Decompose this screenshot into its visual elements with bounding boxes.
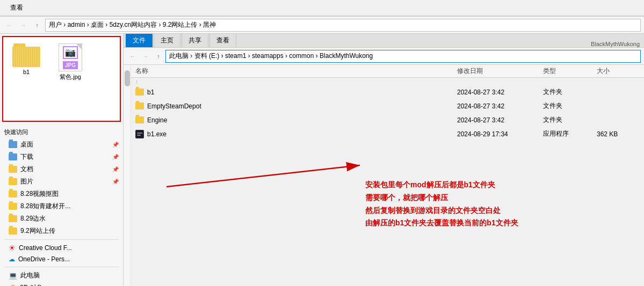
folder-b1-icon[interactable]: b1 bbox=[8, 41, 45, 77]
sidebar-item-onedrive[interactable]: ☁ OneDrive - Pers... bbox=[0, 254, 123, 265]
pin-icon-pictures: 📌 bbox=[112, 179, 119, 185]
engine-name: Engine bbox=[147, 116, 167, 124]
svg-rect-2 bbox=[137, 135, 141, 136]
divider-1 bbox=[4, 239, 119, 240]
jpg-placeholder: 📷 bbox=[63, 46, 78, 59]
table-row[interactable]: b1.exe 2024-08-29 17:34 应用程序 362 KB bbox=[131, 127, 644, 141]
sidebar-item-828video[interactable]: 8.28视频抠图 bbox=[0, 188, 123, 200]
left-scroll-bar[interactable] bbox=[124, 65, 131, 286]
right-nav-bar: ← → ↑ 此电脑 › 资料 (E:) › steam1 › steamapps… bbox=[124, 48, 644, 65]
ribbon-bar: 查看 bbox=[0, 0, 644, 17]
b1-folder-icon bbox=[135, 89, 144, 96]
engine-folder-icon bbox=[135, 116, 144, 123]
engine-type: 文件夹 bbox=[543, 115, 597, 124]
table-row[interactable]: EmptySteamDepot 2024-08-27 3:42 文件夹 bbox=[131, 99, 644, 113]
svg-rect-1 bbox=[137, 133, 142, 134]
col-type[interactable]: 类型 bbox=[543, 67, 597, 76]
3d-objects-icon: 📦 bbox=[9, 284, 17, 287]
folder-b1-label: b1 bbox=[23, 69, 30, 75]
file-name-b1exe: b1.exe bbox=[135, 130, 457, 138]
828material-folder-icon bbox=[9, 203, 17, 210]
file-name-emptysteam: EmptySteamDepot bbox=[135, 102, 457, 110]
download-folder-icon bbox=[9, 153, 17, 160]
b1exe-type: 应用程序 bbox=[543, 129, 597, 138]
sidebar-828video-label: 8.28视频抠图 bbox=[20, 189, 59, 199]
emptysteam-type: 文件夹 bbox=[543, 101, 597, 111]
emptysteam-folder-icon bbox=[135, 102, 144, 109]
folder-body bbox=[12, 47, 40, 67]
right-forward-button[interactable]: → bbox=[140, 50, 151, 62]
right-panel: 文件 主页 共享 查看 BlackMythWukong ← → ↑ 此电脑 › … bbox=[124, 34, 644, 286]
file-name-engine: Engine bbox=[135, 116, 457, 124]
this-pc-icon: 💻 bbox=[9, 272, 17, 280]
divider-2 bbox=[4, 267, 119, 267]
file-name-b1: b1 bbox=[135, 89, 457, 96]
b1exe-date: 2024-08-29 17:34 bbox=[457, 130, 543, 138]
svg-rect-0 bbox=[136, 130, 143, 138]
b1exe-name: b1.exe bbox=[147, 130, 167, 138]
sidebar-download-label: 下载 bbox=[20, 152, 33, 162]
sidebar-828material-label: 8.28知青建材开... bbox=[20, 202, 70, 211]
sidebar-item-pictures[interactable]: 图片 📌 bbox=[0, 175, 123, 188]
left-address-bar[interactable]: 用户 › admin › 桌面 › 5dzy.cn网站内容 › 9.2网站上传 … bbox=[45, 19, 641, 32]
desktop-icons-area: b1 📷 JPG 紫色.jpg bbox=[2, 36, 121, 122]
sidebar-item-829water[interactable]: 8.29边水 bbox=[0, 212, 123, 225]
tab-file[interactable]: 文件 bbox=[126, 34, 153, 47]
file-list-container: 名称 修改日期 类型 大小 ↑ b1 bbox=[124, 65, 644, 286]
sort-indicator: ↑ bbox=[131, 78, 644, 85]
sidebar-this-pc-label: 此电脑 bbox=[20, 271, 40, 280]
docs-folder-icon bbox=[9, 166, 17, 173]
pin-icon-download: 📌 bbox=[112, 154, 119, 160]
pin-icon-desktop: 📌 bbox=[112, 142, 119, 148]
right-breadcrumb: 此电脑 › 资料 (E:) › steam1 › steamapps › com… bbox=[169, 52, 373, 61]
tab-home[interactable]: 主页 bbox=[154, 34, 180, 47]
table-row[interactable]: b1 2024-08-27 3:42 文件夹 bbox=[131, 85, 644, 99]
breadcrumb: 用户 › admin › 桌面 › 5dzy.cn网站内容 › 9.2网站上传 … bbox=[49, 20, 216, 30]
quick-access-header: 快速访问 bbox=[0, 126, 123, 138]
828video-folder-icon bbox=[9, 190, 17, 197]
engine-date: 2024-08-27 3:42 bbox=[457, 116, 543, 124]
sidebar-item-this-pc[interactable]: 💻 此电脑 bbox=[0, 269, 123, 282]
sidebar-desktop-label: 桌面 bbox=[20, 140, 33, 149]
sidebar-829water-label: 8.29边水 bbox=[20, 214, 46, 223]
table-row[interactable]: Engine 2024-08-27 3:42 文件夹 bbox=[131, 113, 644, 127]
92upload-folder-icon bbox=[9, 228, 17, 234]
col-name[interactable]: 名称 bbox=[135, 67, 457, 76]
sidebar-cc-label: Creative Cloud F... bbox=[19, 244, 72, 252]
desktop-folder-icon bbox=[9, 141, 17, 148]
sidebar-onedrive-label: OneDrive - Pers... bbox=[18, 255, 70, 263]
sidebar-pictures-label: 图片 bbox=[20, 177, 33, 186]
emptysteam-name: EmptySteamDepot bbox=[147, 102, 201, 110]
scroll-thumb bbox=[125, 70, 130, 86]
sidebar-item-desktop[interactable]: 桌面 📌 bbox=[0, 138, 123, 151]
right-address-bar[interactable]: 此电脑 › 资料 (E:) › steam1 › steamapps › com… bbox=[165, 50, 641, 63]
right-back-button[interactable]: ← bbox=[127, 50, 139, 62]
col-size[interactable]: 大小 bbox=[597, 67, 640, 76]
jpg-file-icon[interactable]: 📷 JPG 紫色.jpg bbox=[52, 41, 89, 83]
sidebar-92upload-label: 9.2网站上传 bbox=[20, 226, 55, 236]
sidebar-docs-label: 文档 bbox=[20, 165, 33, 174]
tab-share[interactable]: 共享 bbox=[182, 34, 208, 47]
left-panel: b1 📷 JPG 紫色.jpg 快速访问 bbox=[0, 34, 124, 286]
file-list: 名称 修改日期 类型 大小 ↑ b1 bbox=[131, 65, 644, 286]
sidebar-item-828material[interactable]: 8.28知青建材开... bbox=[0, 200, 123, 212]
pin-icon-docs: 📌 bbox=[112, 166, 119, 172]
b1-date: 2024-08-27 3:42 bbox=[457, 89, 543, 96]
back-button[interactable]: ← bbox=[3, 19, 15, 31]
right-up-button[interactable]: ↑ bbox=[153, 50, 164, 62]
left-nav-bar: ← → ↑ 用户 › admin › 桌面 › 5dzy.cn网站内容 › 9.… bbox=[0, 17, 644, 34]
tab-view[interactable]: 查看 bbox=[209, 34, 236, 47]
col-date[interactable]: 修改日期 bbox=[457, 67, 543, 76]
sidebar-item-creative-cloud[interactable]: ☀ Creative Cloud F... bbox=[0, 242, 123, 254]
forward-button[interactable]: → bbox=[17, 19, 29, 31]
sidebar-3d-label: 3D 对象 bbox=[20, 283, 43, 286]
up-button[interactable]: ↑ bbox=[31, 19, 43, 31]
file-list-header: 名称 修改日期 类型 大小 bbox=[131, 65, 644, 78]
sidebar-item-download[interactable]: 下载 📌 bbox=[0, 151, 123, 163]
sidebar-item-3d[interactable]: 📦 3D 对象 bbox=[0, 282, 123, 286]
jpg-label: JPG bbox=[63, 61, 78, 69]
sidebar-item-92upload[interactable]: 9.2网站上传 bbox=[0, 225, 123, 237]
jpg-file-label: 紫色.jpg bbox=[60, 73, 81, 81]
view-button[interactable]: 查看 bbox=[4, 1, 29, 14]
sidebar-item-docs[interactable]: 文档 📌 bbox=[0, 163, 123, 175]
